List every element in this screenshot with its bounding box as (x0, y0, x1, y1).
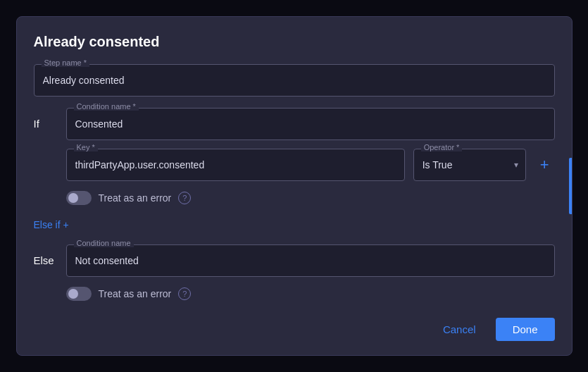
if-section: If Condition name * Key * Operator * (34, 108, 555, 205)
if-key-label: Key * (74, 143, 98, 151)
done-button[interactable]: Done (496, 318, 555, 341)
if-content: Condition name * Key * Operator * Is Tru… (66, 108, 555, 205)
if-label: If (34, 108, 55, 130)
if-key-wrapper: Key * (66, 149, 405, 181)
cancel-button[interactable]: Cancel (432, 318, 487, 341)
else-if-link[interactable]: Else if + (34, 219, 69, 230)
if-operator-wrapper: Operator * Is True Is False Equals Not E… (413, 149, 526, 181)
step-name-input-wrapper: Step name * (34, 64, 555, 97)
if-treat-as-error-row: Treat as an error ? (66, 191, 555, 205)
dialog-title: Already consented (34, 34, 555, 50)
if-condition-name-input[interactable] (67, 108, 554, 140)
if-treat-as-error-toggle[interactable] (66, 191, 92, 205)
right-bar-accent (569, 158, 572, 214)
if-condition-name-label: Condition name * (74, 102, 139, 111)
if-condition-row: Key * Operator * Is True Is False Equals… (66, 149, 555, 181)
overlay: Already consented Step name * If Conditi… (0, 0, 588, 372)
step-name-input[interactable] (35, 65, 554, 96)
else-condition-name-label: Condition name (74, 239, 134, 247)
else-label: Else (34, 244, 55, 266)
if-operator-select[interactable]: Is True Is False Equals Not Equals (414, 149, 525, 180)
add-condition-button[interactable]: + (534, 153, 555, 177)
else-treat-as-error-row: Treat as an error ? (66, 287, 555, 301)
if-treat-as-error-help-icon[interactable]: ? (178, 192, 191, 204)
if-condition-name-wrapper: Condition name * (66, 108, 555, 140)
step-name-label: Step name * (42, 58, 90, 67)
if-operator-select-wrapper: Operator * Is True Is False Equals Not E… (413, 149, 526, 181)
if-treat-as-error-label: Treat as an error (99, 192, 172, 204)
step-name-field-group: Step name * (34, 64, 555, 97)
else-treat-as-error-help-icon[interactable]: ? (178, 287, 191, 300)
else-treat-as-error-label: Treat as an error (99, 288, 172, 299)
dialog-footer: Cancel Done (34, 318, 555, 341)
else-condition-name-input[interactable] (67, 245, 554, 276)
else-condition-name-wrapper: Condition name (66, 244, 555, 277)
if-key-input[interactable] (67, 149, 404, 180)
else-section: Else Condition name Treat as an error ? (34, 244, 555, 301)
dialog: Already consented Step name * If Conditi… (16, 16, 573, 356)
if-operator-label: Operator * (421, 143, 463, 151)
else-treat-as-error-toggle[interactable] (66, 287, 92, 301)
else-content: Condition name Treat as an error ? (66, 244, 555, 301)
